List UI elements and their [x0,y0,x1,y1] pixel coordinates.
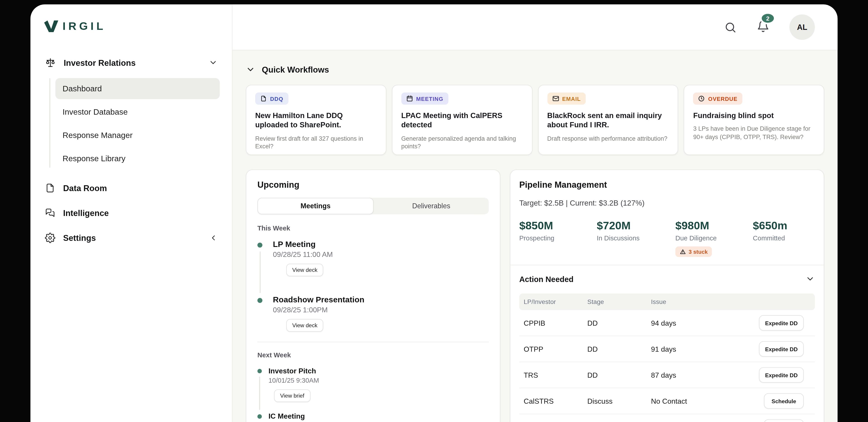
workflow-card-subtitle: 3 LPs have been in Due Diligence stage f… [693,125,815,141]
dashboard-columns: Upcoming Meetings Deliverables This Week… [246,170,824,422]
sidebar-item-label: Data Room [63,183,107,193]
sidebar-item-investor-database[interactable]: Investor Database [55,101,220,122]
notifications-button[interactable]: 2 [757,20,770,35]
row-action-button[interactable] [764,419,804,422]
chevron-down-icon[interactable] [805,274,815,283]
workflow-card-title: New Hamilton Lane DDQ uploaded to ShareP… [255,111,377,130]
cell-investor: OTPP [524,345,587,353]
tab-meetings[interactable]: Meetings [257,198,374,214]
sidebar-item-data-room[interactable]: Data Room [31,176,232,200]
divider [510,265,824,265]
upcoming-panel: Upcoming Meetings Deliverables This Week… [246,170,500,422]
search-icon[interactable] [724,21,737,33]
email-badge: EMAIL [547,92,586,105]
event-title: LP Meeting [273,240,333,248]
event-time: 09/28/25 1:00PM [273,306,364,314]
view-deck-button[interactable]: View deck [286,264,323,276]
stat-value: $850M [519,219,597,232]
expedite-dd-button[interactable]: Expedite DD [759,341,804,357]
stat-committed: $650m Committed [753,219,815,257]
timeline-dot-icon [257,414,262,419]
virgil-logo: IRGIL [31,17,232,51]
workflow-card-overdue[interactable]: OVERDUE Fundraising blind spot 3 LPs hav… [684,85,824,155]
chevron-down-icon[interactable] [246,64,255,74]
chat-icon [45,208,55,218]
stuck-badge: 3 stuck [675,246,712,257]
stat-label: In Discussions [597,234,675,242]
sidebar-item-label: Intelligence [63,208,109,218]
tab-deliverables[interactable]: Deliverables [374,198,489,214]
virgil-logo-mark-icon [43,20,59,33]
badge-label: EMAIL [562,95,581,101]
sidebar-group-investor-relations[interactable]: Investor Relations [31,52,232,74]
stat-prospecting: $850M Prospecting [519,219,597,257]
stat-label: Prospecting [519,234,597,242]
timeline-dot-icon [257,298,262,303]
timeline-dot-icon [257,369,262,373]
event-time: 10/01/25 9:30AM [269,376,319,384]
workflow-card-subtitle: Generate personalized agenda and talking… [401,134,523,151]
sidebar-group-label: Investor Relations [64,58,135,67]
stat-label: Committed [753,234,815,242]
file-icon [260,95,267,102]
sidebar-item-response-library[interactable]: Response Library [55,148,220,169]
pipeline-panel: Pipeline Management Target: $2.5B | Curr… [510,170,825,422]
schedule-button[interactable]: Schedule [764,393,804,409]
list-item: LP Meeting 09/28/25 11:00 AM View deck [257,240,489,295]
col-stage: Stage [587,299,651,305]
envelope-icon [552,95,559,102]
workflow-card-ddq[interactable]: DDQ New Hamilton Lane DDQ uploaded to Sh… [246,85,386,155]
chevron-down-icon [209,58,217,67]
stat-value: $650m [753,219,815,232]
event-title: Investor Pitch [269,367,319,375]
table-row [519,414,815,422]
list-item: Investor Pitch 10/01/25 9:30AM View brie… [257,367,489,412]
badge-label: MEETING [416,95,443,101]
warning-triangle-icon [680,249,686,255]
sidebar-item-label: Dashboard [63,84,102,93]
upcoming-title: Upcoming [257,180,489,190]
cell-stage: DD [587,371,651,379]
upcoming-tabs: Meetings Deliverables [257,198,489,214]
event-time: 09/28/25 11:00 AM [273,250,333,259]
stat-in-discussions: $720M In Discussions [597,219,675,257]
virgil-wordmark: IRGIL [63,20,106,33]
next-week-section: Next Week Investor Pitch 10/01/25 9:30AM… [257,342,489,422]
dashboard-content: Quick Workflows DDQ New Hamilton La [232,51,838,422]
workflow-card-email[interactable]: EMAIL BlackRock sent an email inquiry ab… [538,85,678,155]
sidebar-item-intelligence[interactable]: Intelligence [31,201,232,225]
topbar: 2 AL [232,4,838,51]
expedite-dd-button[interactable]: Expedite DD [759,367,804,383]
action-needed-header: Action Needed [519,274,815,283]
cell-stage: DD [587,319,651,327]
main-area: 2 AL Quick Workflows [232,4,838,422]
avatar[interactable]: AL [789,14,815,40]
sidebar-item-settings[interactable]: Settings [31,225,232,250]
table-row: CalSTRS Discuss No Contact Schedule [519,388,815,414]
chevron-left-icon [209,234,218,242]
app-window: IRGIL Investor Relations D [31,4,838,422]
cell-investor: CPPIB [524,319,587,327]
view-deck-button[interactable]: View deck [286,319,323,332]
scale-icon [45,57,56,68]
stuck-badge-label: 3 stuck [689,249,708,255]
cell-investor: TRS [524,371,587,379]
cell-issue: 91 days [651,345,743,353]
action-needed-title: Action Needed [519,274,574,283]
pipeline-title: Pipeline Management [519,180,815,190]
col-lp-investor: LP/Investor [524,299,587,305]
stage: IRGIL Investor Relations D [0,0,868,422]
workflow-card-subtitle: Draft response with performance attribut… [547,134,669,143]
sidebar-item-response-manager[interactable]: Response Manager [55,125,220,146]
sidebar-item-dashboard[interactable]: Dashboard [55,78,220,99]
quick-workflow-cards: DDQ New Hamilton Lane DDQ uploaded to Sh… [246,85,824,155]
ddq-badge: DDQ [255,92,288,105]
workflow-card-meeting[interactable]: MEETING LPAC Meeting with CalPERS detect… [392,85,532,155]
sidebar-item-label: Response Library [63,154,125,163]
sidebar-item-label: Settings [63,233,96,243]
notification-count-badge: 2 [760,12,776,24]
expedite-dd-button[interactable]: Expedite DD [759,315,804,331]
cell-investor: CalSTRS [524,397,587,405]
view-brief-button[interactable]: View brief [274,389,310,402]
gear-icon [45,233,55,243]
